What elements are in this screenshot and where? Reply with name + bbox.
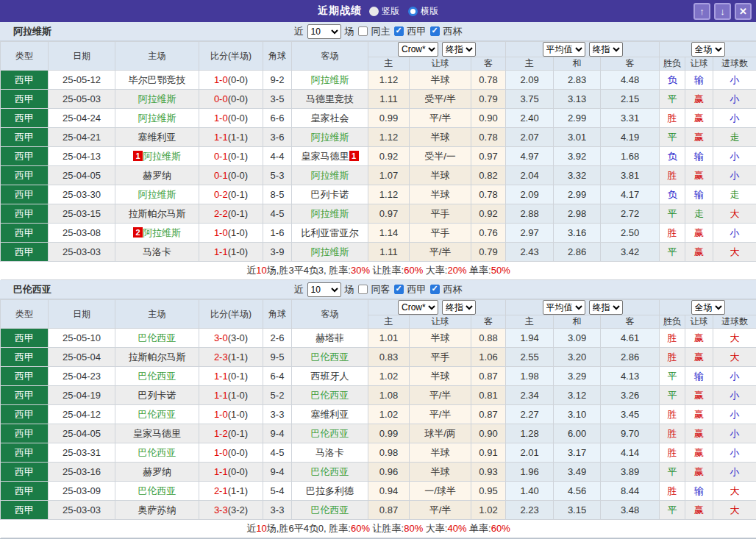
- full-time-score: 2-3: [214, 351, 228, 363]
- handicap-time-select[interactable]: 终指: [442, 300, 476, 315]
- away-team-link[interactable]: 皇家社会: [311, 113, 349, 124]
- away-team-link[interactable]: 阿拉维斯: [311, 170, 349, 181]
- home-team-link[interactable]: 毕尔巴鄂竞技: [129, 74, 186, 85]
- home-team-link[interactable]: 巴伦西亚: [138, 447, 176, 458]
- home-team-link[interactable]: 阿拉维斯: [138, 189, 176, 200]
- handicap-source-select[interactable]: Crow*: [398, 42, 438, 57]
- result-outcome: 平: [660, 204, 685, 224]
- full-time-score: 1-1: [214, 246, 228, 257]
- home-team-link[interactable]: 阿拉维斯: [138, 113, 176, 124]
- move-down-button[interactable]: ↓: [714, 3, 731, 20]
- home-team-link[interactable]: 巴伦西亚: [138, 409, 176, 420]
- league-checkbox[interactable]: [394, 26, 404, 36]
- handicap-away-odds: 0.79: [471, 243, 506, 262]
- away-team-link[interactable]: 巴伦西亚: [311, 428, 349, 439]
- home-team-link[interactable]: 奥萨苏纳: [138, 504, 176, 515]
- away-team-link[interactable]: 阿拉维斯: [311, 74, 349, 85]
- euro-home-odds: 1.28: [506, 424, 554, 443]
- away-team-link[interactable]: 阿拉维斯: [311, 132, 349, 143]
- home-team-link[interactable]: 阿拉维斯: [143, 151, 181, 162]
- away-team-link[interactable]: 巴伦西亚: [311, 351, 349, 363]
- home-team-link[interactable]: 阿拉维斯: [138, 93, 176, 104]
- handicap-away-odds: 0.90: [471, 424, 506, 443]
- handicap-line: 受平/半: [410, 90, 471, 109]
- radio-selected-icon[interactable]: [369, 7, 379, 16]
- radio-horizontal-layout[interactable]: 横版: [408, 5, 438, 18]
- home-team-link[interactable]: 皇家马德里: [133, 428, 181, 439]
- corner-count: 4-5: [263, 204, 292, 224]
- match-date: 25-03-31: [49, 443, 115, 463]
- handicap-line: 半球: [410, 185, 471, 204]
- euro-time-select[interactable]: 终指: [589, 42, 623, 57]
- cup-checkbox[interactable]: [430, 26, 440, 36]
- league-checkbox[interactable]: [394, 285, 404, 294]
- away-team-link[interactable]: 阿拉维斯: [311, 246, 349, 257]
- home-team-link[interactable]: 赫罗纳: [143, 466, 171, 477]
- same-venue-checkbox[interactable]: [358, 26, 368, 36]
- handicap-line: 平手: [410, 204, 471, 224]
- euro-draw-odds: 2.99: [554, 109, 601, 128]
- handicap-source-select[interactable]: Crow*: [398, 300, 438, 315]
- col-header-corner: 角球: [263, 42, 292, 71]
- home-team-link[interactable]: 塞维利亚: [138, 132, 176, 143]
- league-type-cell: 西甲: [1, 204, 49, 224]
- euro-draw-odds: 3.16: [554, 224, 601, 243]
- match-count-select[interactable]: 10: [307, 24, 341, 39]
- home-team-link[interactable]: 马洛卡: [143, 246, 171, 257]
- home-team-link[interactable]: 阿拉维斯: [143, 227, 181, 238]
- away-team-link[interactable]: 巴伦西亚: [311, 466, 349, 477]
- euro-source-select[interactable]: 平均值: [543, 42, 585, 57]
- half-time-score: (0-1): [228, 189, 248, 200]
- home-team-link[interactable]: 巴列卡诺: [138, 390, 176, 401]
- away-team-link[interactable]: 马德里竞技: [306, 93, 354, 104]
- home-team-link[interactable]: 拉斯帕尔马斯: [129, 351, 186, 363]
- move-up-button[interactable]: ↑: [693, 3, 710, 20]
- euro-home-odds: 2.01: [506, 443, 554, 463]
- scope-select[interactable]: 全场: [691, 300, 725, 315]
- col-header-score: 比分(半场): [199, 300, 263, 329]
- euro-time-select[interactable]: 终指: [589, 300, 623, 315]
- radio-unselected-icon[interactable]: [408, 7, 418, 16]
- away-team-link[interactable]: 巴伦西亚: [311, 390, 349, 401]
- home-team-link[interactable]: 巴伦西亚: [138, 485, 176, 496]
- away-team-link[interactable]: 巴拉多利德: [306, 485, 354, 496]
- half-time-score: (0-0): [228, 74, 248, 85]
- away-team-cell: 巴伦西亚: [292, 501, 368, 520]
- euro-draw-odds: 4.56: [554, 482, 601, 501]
- league-type-cell: 西甲: [1, 443, 49, 463]
- handicap-time-select[interactable]: 终指: [442, 42, 476, 57]
- handicap-result: 赢: [685, 463, 713, 482]
- half-time-score: (0-1): [228, 208, 248, 219]
- handicap-home-odds: 1.11: [368, 90, 410, 109]
- full-time-score: 1-1: [214, 466, 228, 477]
- home-team-cell: 拉斯帕尔马斯: [115, 348, 199, 367]
- handicap-home-odds: 0.96: [368, 463, 410, 482]
- away-team-link[interactable]: 西班牙人: [311, 371, 349, 382]
- radio-vertical-layout[interactable]: 竖版: [369, 5, 399, 18]
- away-team-link[interactable]: 赫塔菲: [315, 332, 344, 343]
- home-team-link[interactable]: 巴伦西亚: [138, 332, 176, 343]
- scope-select[interactable]: 全场: [691, 42, 725, 57]
- home-team-link[interactable]: 巴伦西亚: [138, 371, 176, 382]
- away-team-link[interactable]: 皇家马德里: [302, 151, 349, 162]
- away-team-link[interactable]: 阿拉维斯: [311, 208, 349, 219]
- same-venue-checkbox[interactable]: [358, 285, 368, 294]
- away-team-link[interactable]: 巴伦西亚: [311, 504, 349, 515]
- away-team-link[interactable]: 比利亚雷亚尔: [302, 227, 359, 238]
- euro-home-odds: 2.88: [506, 204, 554, 224]
- result-outcome: 平: [660, 463, 685, 482]
- away-team-cell: 巴伦西亚: [292, 386, 368, 405]
- away-team-link[interactable]: 塞维利亚: [311, 409, 349, 420]
- full-time-score: 1-1: [214, 132, 228, 143]
- match-count-select[interactable]: 10: [307, 282, 341, 297]
- home-team-link[interactable]: 拉斯帕尔马斯: [129, 208, 186, 219]
- home-team-link[interactable]: 赫罗纳: [143, 170, 171, 181]
- euro-source-select[interactable]: 平均值: [543, 300, 585, 315]
- away-team-cell: 阿拉维斯: [292, 128, 368, 147]
- away-team-link[interactable]: 马洛卡: [315, 447, 344, 458]
- away-team-link[interactable]: 巴列卡诺: [311, 189, 349, 200]
- close-icon: ✕: [739, 6, 747, 17]
- league-type-cell: 西甲: [1, 243, 49, 262]
- close-button[interactable]: ✕: [735, 3, 752, 20]
- cup-checkbox[interactable]: [430, 285, 440, 294]
